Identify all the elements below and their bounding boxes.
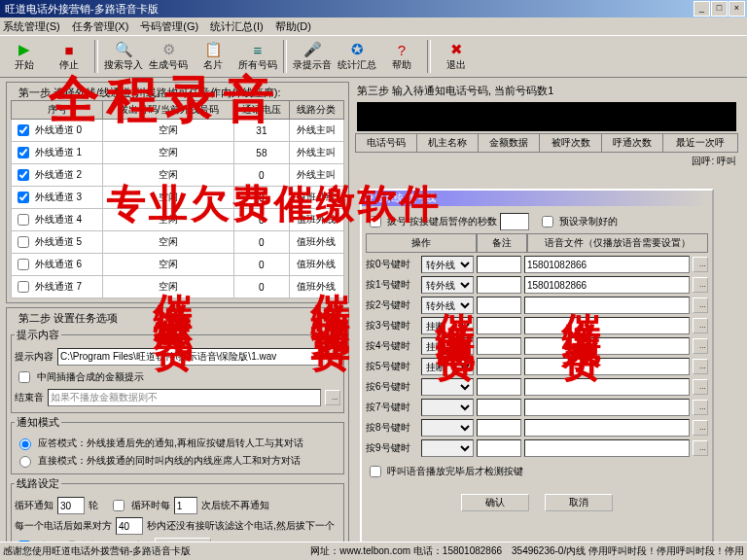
action-select[interactable]: 挂断 xyxy=(421,337,474,355)
col-header[interactable]: 序号 xyxy=(12,101,103,120)
mode2-radio[interactable] xyxy=(19,456,31,468)
channel-row[interactable]: 外线通道 0空闲31外线主叫 xyxy=(12,120,344,142)
browse-button[interactable]: ... xyxy=(693,420,708,436)
voice-file-input[interactable] xyxy=(524,419,690,437)
toolbar-搜索导入[interactable]: 🔍搜索导入 xyxy=(102,37,145,76)
toolbar-帮助[interactable]: ?帮助 xyxy=(380,37,423,76)
toolbar-icon: 🎤 xyxy=(303,41,321,58)
channel-checkbox[interactable] xyxy=(18,124,29,136)
voice-file-input[interactable] xyxy=(524,439,690,457)
note-input[interactable] xyxy=(477,297,521,314)
col-header[interactable]: 通话电压 xyxy=(234,101,289,120)
channel-row[interactable]: 外线通道 5空闲0值班外线 xyxy=(12,231,344,254)
browse-button[interactable]: ... xyxy=(693,440,708,456)
menu-item[interactable]: 统计汇总(I) xyxy=(210,19,263,34)
toolbar-开始[interactable]: ▶开始 xyxy=(3,37,46,76)
minimize-button[interactable]: _ xyxy=(694,1,710,17)
voice-file-input[interactable] xyxy=(524,337,690,355)
end-input[interactable] xyxy=(48,389,321,406)
channel-row[interactable]: 外线通道 1空闲58外线主叫 xyxy=(12,142,344,164)
voice-file-input[interactable] xyxy=(524,358,690,375)
action-select[interactable] xyxy=(421,378,474,396)
note-input[interactable] xyxy=(477,358,521,375)
browse-button[interactable]: ... xyxy=(693,359,708,374)
action-select[interactable] xyxy=(421,439,474,457)
tip-path-input[interactable] xyxy=(57,348,321,366)
toolbar-名片[interactable]: 📋名片 xyxy=(192,37,234,76)
maximize-button[interactable]: □ xyxy=(711,1,728,17)
note-input[interactable] xyxy=(477,256,521,273)
toolbar-生成号码[interactable]: ⚙生成号码 xyxy=(147,37,190,76)
channel-row[interactable]: 外线通道 2空闲0外线主叫 xyxy=(12,164,344,187)
voice-file-input[interactable] xyxy=(524,256,690,273)
ok-button[interactable]: 确认 xyxy=(461,494,529,511)
mid-insert-checkbox[interactable] xyxy=(18,371,30,383)
pause-checkbox[interactable] xyxy=(370,216,381,228)
menu-item[interactable]: 帮助(D) xyxy=(275,19,311,34)
toolbar-icon: ? xyxy=(393,41,410,58)
action-select[interactable] xyxy=(421,399,474,416)
channel-checkbox[interactable] xyxy=(18,259,29,270)
key-row: 按6号键时... xyxy=(366,378,708,396)
channel-row[interactable]: 外线通道 3空闲0值班外线 xyxy=(12,187,344,209)
action-select[interactable]: 转外线 xyxy=(421,276,474,294)
note-input[interactable] xyxy=(477,276,521,294)
note-input[interactable] xyxy=(477,419,521,437)
close-button[interactable]: × xyxy=(729,1,745,17)
loop-gap-checkbox[interactable] xyxy=(113,500,124,511)
browse-button[interactable]: ... xyxy=(693,318,708,333)
browse-button[interactable]: ... xyxy=(693,379,708,395)
channel-checkbox[interactable] xyxy=(18,236,29,248)
voice-file-input[interactable] xyxy=(524,297,690,314)
channel-checkbox[interactable] xyxy=(18,281,29,293)
toolbar-录提示音[interactable]: 🎤录提示音 xyxy=(291,37,334,76)
browse-button[interactable]: ... xyxy=(693,338,708,354)
channel-checkbox[interactable] xyxy=(18,214,29,226)
preset-checkbox[interactable] xyxy=(542,216,553,228)
cancel-button[interactable]: 取消 xyxy=(545,494,613,511)
channel-row[interactable]: 外线通道 6空闲0值班外线 xyxy=(12,254,344,276)
action-select[interactable]: 转外线 xyxy=(421,297,474,314)
voice-file-input[interactable] xyxy=(524,317,690,334)
toolbar-统计汇总[interactable]: ✪统计汇总 xyxy=(336,37,378,76)
note-input[interactable] xyxy=(477,337,521,355)
key-row: 按2号键时转外线... xyxy=(366,297,708,314)
browse-button[interactable]: ... xyxy=(693,277,708,293)
browse-button[interactable]: ... xyxy=(693,257,708,272)
channel-checkbox[interactable] xyxy=(18,192,29,203)
col-header[interactable]: 拨出号码/当前外线号码 xyxy=(103,101,234,120)
menu-item[interactable]: 系统管理(S) xyxy=(3,19,60,34)
note-input[interactable] xyxy=(477,378,521,396)
timeout-input[interactable] xyxy=(116,517,143,535)
action-select[interactable] xyxy=(421,419,474,437)
action-select[interactable]: 挂断 xyxy=(421,317,474,334)
action-select[interactable]: 转外线 xyxy=(421,256,474,273)
browse-button[interactable]: ... xyxy=(693,298,708,313)
loop-count-input[interactable] xyxy=(57,497,85,514)
browse-button[interactable]: ... xyxy=(325,349,340,365)
gap-input[interactable] xyxy=(174,497,197,514)
action-select[interactable]: 挂断 xyxy=(421,358,474,375)
channel-checkbox[interactable] xyxy=(18,147,29,158)
detect-after-checkbox[interactable] xyxy=(370,466,381,477)
note-input[interactable] xyxy=(477,317,521,334)
note-input[interactable] xyxy=(477,399,521,416)
menu-item[interactable]: 任务管理(X) xyxy=(72,19,129,34)
voice-file-input[interactable] xyxy=(524,378,690,396)
menu-item[interactable]: 号码管理(G) xyxy=(140,19,198,34)
note-input[interactable] xyxy=(477,439,521,457)
browse-button[interactable]: ... xyxy=(325,390,340,405)
toolbar-停止[interactable]: ■停止 xyxy=(48,37,90,76)
col-header[interactable]: 线路分类 xyxy=(289,101,343,120)
line-legend: 线路设定 xyxy=(15,476,61,491)
channel-checkbox[interactable] xyxy=(18,169,29,181)
toolbar-退出[interactable]: ✖退出 xyxy=(435,37,478,76)
pause-input[interactable] xyxy=(500,213,529,230)
channel-row[interactable]: 外线通道 7空闲0值班外线 xyxy=(12,276,344,298)
toolbar-所有号码[interactable]: ≡所有号码 xyxy=(236,37,279,76)
mode1-radio[interactable] xyxy=(19,438,31,450)
browse-button[interactable]: ... xyxy=(693,400,708,415)
channel-row[interactable]: 外线通道 4空闲0值班外线 xyxy=(12,209,344,231)
voice-file-input[interactable] xyxy=(524,276,690,294)
voice-file-input[interactable] xyxy=(524,399,690,416)
